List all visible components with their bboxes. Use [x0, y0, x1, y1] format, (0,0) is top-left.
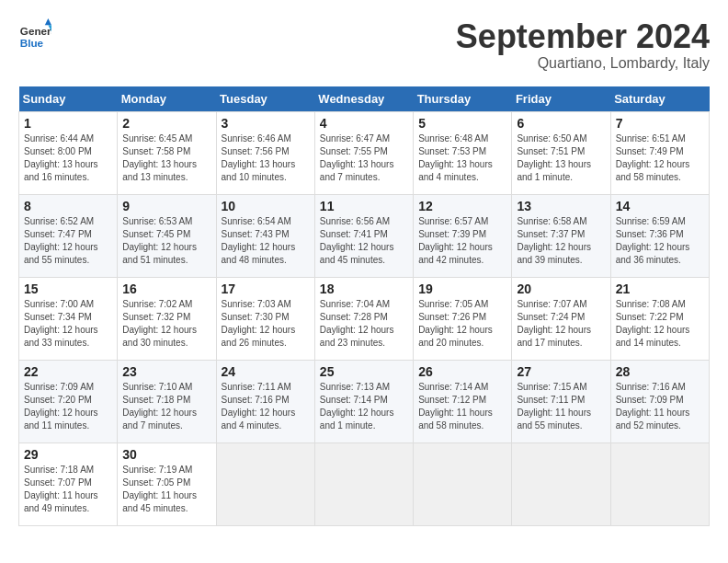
day-number: 22: [24, 364, 112, 379]
calendar-cell: 23 Sunrise: 7:10 AM Sunset: 7:18 PM Dayl…: [118, 360, 216, 442]
title-area: September 2024 Quartiano, Lombardy, Ital…: [456, 18, 710, 72]
calendar-week-2: 15 Sunrise: 7:00 AM Sunset: 7:34 PM Dayl…: [19, 277, 710, 360]
day-number: 30: [122, 447, 210, 462]
sunrise-text: Sunrise: 6:53 AM: [122, 216, 192, 226]
day-number: 23: [122, 364, 210, 379]
sunset-text: Sunset: 7:30 PM: [222, 312, 290, 322]
sunrise-text: Sunrise: 7:10 AM: [122, 382, 192, 392]
calendar-week-0: 1 Sunrise: 6:44 AM Sunset: 8:00 PM Dayli…: [19, 111, 710, 194]
sunrise-text: Sunrise: 7:03 AM: [222, 299, 291, 309]
day-number: 16: [122, 282, 210, 296]
sunset-text: Sunset: 7:24 PM: [517, 312, 585, 322]
sunset-text: Sunset: 7:53 PM: [418, 146, 486, 156]
sunrise-text: Sunrise: 6:52 AM: [24, 216, 94, 226]
daylight-text: Daylight: 12 hours and 45 minutes.: [320, 242, 394, 265]
day-number: 8: [24, 199, 112, 213]
logo: General Blue: [18, 18, 51, 52]
header-tuesday: Tuesday: [216, 86, 314, 112]
day-number: 6: [517, 116, 605, 131]
calendar-cell: [512, 442, 610, 525]
day-info: Sunrise: 7:16 AM Sunset: 7:09 PM Dayligh…: [616, 381, 704, 432]
sunset-text: Sunset: 7:36 PM: [616, 229, 684, 239]
sunset-text: Sunset: 7:39 PM: [418, 229, 486, 239]
header: General Blue September 2024 Quartiano, L…: [18, 18, 710, 72]
calendar-cell: 3 Sunrise: 6:46 AM Sunset: 7:56 PM Dayli…: [216, 111, 314, 194]
day-info: Sunrise: 7:00 AM Sunset: 7:34 PM Dayligh…: [24, 298, 112, 350]
svg-text:Blue: Blue: [20, 37, 44, 49]
sunrise-text: Sunrise: 6:47 AM: [320, 133, 390, 144]
sunset-text: Sunset: 7:37 PM: [517, 229, 585, 239]
daylight-text: Daylight: 11 hours and 49 minutes.: [24, 490, 98, 513]
daylight-text: Daylight: 12 hours and 11 minutes.: [24, 408, 98, 431]
sunset-text: Sunset: 7:43 PM: [222, 229, 290, 239]
header-thursday: Thursday: [414, 86, 512, 112]
day-number: 11: [320, 199, 408, 213]
sunset-text: Sunset: 7:12 PM: [418, 395, 486, 405]
sunset-text: Sunset: 7:18 PM: [122, 395, 190, 405]
sunset-text: Sunset: 7:11 PM: [517, 395, 585, 405]
day-info: Sunrise: 7:10 AM Sunset: 7:18 PM Dayligh…: [122, 381, 210, 432]
sunrise-text: Sunrise: 7:18 AM: [24, 465, 94, 475]
sunrise-text: Sunrise: 7:19 AM: [122, 465, 192, 475]
sunset-text: Sunset: 7:05 PM: [122, 477, 190, 488]
svg-marker-2: [45, 18, 51, 25]
sunrise-text: Sunrise: 7:15 AM: [517, 382, 586, 392]
day-number: 7: [616, 116, 704, 131]
header-saturday: Saturday: [610, 86, 709, 112]
sunrise-text: Sunrise: 6:50 AM: [517, 133, 586, 144]
calendar-cell: 13 Sunrise: 6:58 AM Sunset: 7:37 PM Dayl…: [512, 194, 610, 277]
calendar-cell: 25 Sunrise: 7:13 AM Sunset: 7:14 PM Dayl…: [314, 360, 413, 442]
day-info: Sunrise: 7:02 AM Sunset: 7:32 PM Dayligh…: [122, 298, 210, 350]
day-number: 21: [616, 282, 704, 296]
month-title: September 2024: [456, 18, 710, 55]
daylight-text: Daylight: 12 hours and 17 minutes.: [517, 325, 591, 348]
calendar-cell: 20 Sunrise: 7:07 AM Sunset: 7:24 PM Dayl…: [512, 277, 610, 360]
daylight-text: Daylight: 12 hours and 4 minutes.: [222, 408, 296, 431]
sunrise-text: Sunrise: 7:11 AM: [222, 382, 291, 392]
day-info: Sunrise: 7:09 AM Sunset: 7:20 PM Dayligh…: [24, 381, 112, 432]
daylight-text: Daylight: 11 hours and 55 minutes.: [517, 408, 591, 431]
sunset-text: Sunset: 7:47 PM: [24, 229, 92, 239]
sunrise-text: Sunrise: 7:04 AM: [320, 299, 390, 309]
daylight-text: Daylight: 13 hours and 1 minute.: [517, 159, 591, 182]
day-info: Sunrise: 7:03 AM Sunset: 7:30 PM Dayligh…: [222, 298, 310, 350]
sunrise-text: Sunrise: 7:09 AM: [24, 382, 94, 392]
daylight-text: Daylight: 13 hours and 4 minutes.: [418, 159, 493, 182]
day-info: Sunrise: 7:11 AM Sunset: 7:16 PM Dayligh…: [222, 381, 310, 432]
sunrise-text: Sunrise: 6:59 AM: [616, 216, 686, 226]
sunrise-text: Sunrise: 7:07 AM: [517, 299, 586, 309]
day-info: Sunrise: 7:05 AM Sunset: 7:26 PM Dayligh…: [418, 298, 506, 350]
daylight-text: Daylight: 12 hours and 23 minutes.: [320, 325, 394, 348]
sunset-text: Sunset: 7:09 PM: [616, 395, 684, 405]
day-number: 20: [517, 282, 605, 296]
day-info: Sunrise: 6:46 AM Sunset: 7:56 PM Dayligh…: [222, 132, 310, 184]
sunrise-text: Sunrise: 6:44 AM: [24, 133, 94, 144]
sunset-text: Sunset: 7:49 PM: [616, 146, 684, 156]
day-number: 14: [616, 199, 704, 213]
calendar-cell: [314, 442, 413, 525]
calendar-week-4: 29 Sunrise: 7:18 AM Sunset: 7:07 PM Dayl…: [19, 442, 710, 525]
daylight-text: Daylight: 12 hours and 58 minutes.: [616, 159, 690, 182]
calendar-cell: 12 Sunrise: 6:57 AM Sunset: 7:39 PM Dayl…: [414, 194, 512, 277]
day-number: 3: [222, 116, 310, 131]
calendar-cell: 18 Sunrise: 7:04 AM Sunset: 7:28 PM Dayl…: [314, 277, 413, 360]
day-info: Sunrise: 6:45 AM Sunset: 7:58 PM Dayligh…: [122, 132, 210, 184]
calendar-cell: 9 Sunrise: 6:53 AM Sunset: 7:45 PM Dayli…: [118, 194, 216, 277]
sunrise-text: Sunrise: 7:05 AM: [418, 299, 488, 309]
daylight-text: Daylight: 12 hours and 30 minutes.: [122, 325, 197, 348]
daylight-text: Daylight: 11 hours and 52 minutes.: [616, 408, 690, 431]
sunrise-text: Sunrise: 6:54 AM: [222, 216, 291, 226]
day-info: Sunrise: 7:19 AM Sunset: 7:05 PM Dayligh…: [122, 464, 210, 515]
calendar-cell: 8 Sunrise: 6:52 AM Sunset: 7:47 PM Dayli…: [19, 194, 118, 277]
daylight-text: Daylight: 12 hours and 7 minutes.: [122, 408, 197, 431]
day-info: Sunrise: 6:54 AM Sunset: 7:43 PM Dayligh…: [222, 215, 310, 267]
day-number: 13: [517, 199, 605, 213]
day-number: 9: [122, 199, 210, 213]
daylight-text: Daylight: 12 hours and 33 minutes.: [24, 325, 98, 348]
logo-icon: General Blue: [18, 18, 51, 52]
sunset-text: Sunset: 7:20 PM: [24, 395, 92, 405]
sunset-text: Sunset: 7:26 PM: [418, 312, 486, 322]
header-sunday: Sunday: [19, 86, 118, 112]
sunset-text: Sunset: 7:07 PM: [24, 477, 92, 488]
sunrise-text: Sunrise: 6:46 AM: [222, 133, 291, 144]
